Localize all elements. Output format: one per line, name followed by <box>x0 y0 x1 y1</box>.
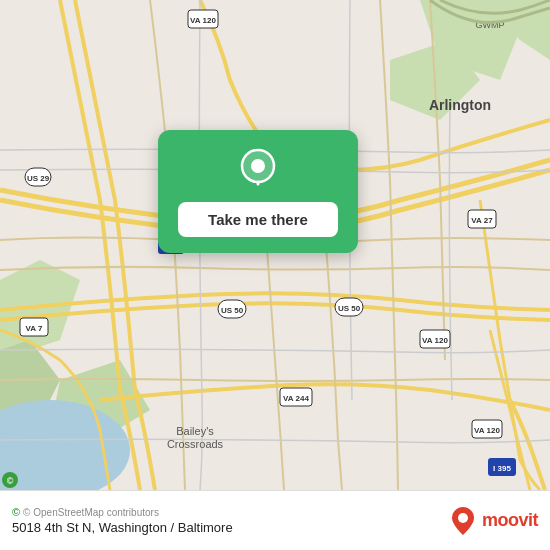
address-label: 5018 4th St N, Washington / Baltimore <box>12 520 233 535</box>
svg-text:Arlington: Arlington <box>429 97 491 113</box>
location-popup: Take me there <box>158 130 358 253</box>
moovit-pin-icon <box>449 505 477 537</box>
svg-text:VA 7: VA 7 <box>26 324 43 333</box>
svg-text:©: © <box>7 476 14 486</box>
svg-text:US 50: US 50 <box>338 304 361 313</box>
svg-point-39 <box>251 159 265 173</box>
map-container: I 66 US 29 US 50 US 50 VA 120 VA 120 VA … <box>0 0 550 490</box>
svg-text:US 29: US 29 <box>27 174 50 183</box>
svg-point-40 <box>458 513 468 523</box>
svg-text:Crossroads: Crossroads <box>167 438 224 450</box>
svg-text:VA 27: VA 27 <box>471 216 493 225</box>
svg-text:US 50: US 50 <box>221 306 244 315</box>
svg-text:VA 120: VA 120 <box>474 426 500 435</box>
svg-text:VA 120: VA 120 <box>190 16 216 25</box>
take-me-there-button[interactable]: Take me there <box>178 202 338 237</box>
map-attribution: © © OpenStreetMap contributors <box>12 506 233 518</box>
svg-text:VA 244: VA 244 <box>283 394 309 403</box>
svg-text:Bailey's: Bailey's <box>176 425 214 437</box>
svg-text:I 395: I 395 <box>493 464 511 473</box>
attribution-text: © OpenStreetMap contributors <box>23 507 159 518</box>
openstreetmap-logo: © <box>12 506 20 518</box>
bottom-bar: © © OpenStreetMap contributors 5018 4th … <box>0 490 550 550</box>
moovit-brand-text: moovit <box>482 510 538 531</box>
moovit-logo: moovit <box>449 505 538 537</box>
location-pin-icon <box>236 148 280 192</box>
svg-text:VA 120: VA 120 <box>422 336 448 345</box>
